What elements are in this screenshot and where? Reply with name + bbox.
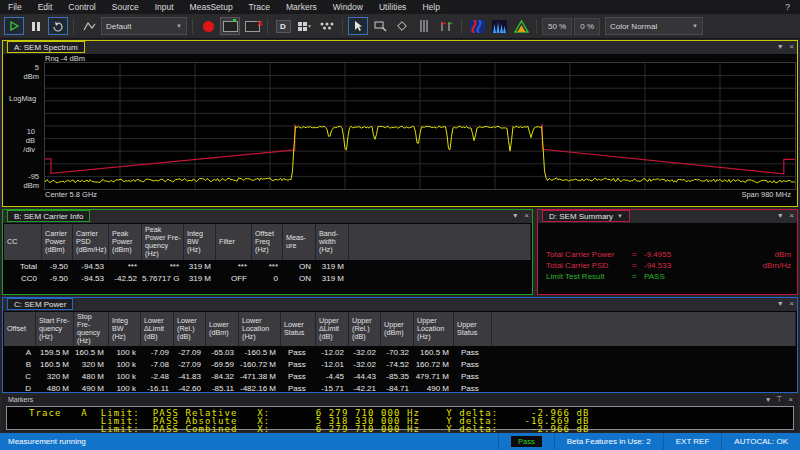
y-axis-top-value: 5: [3, 63, 39, 72]
table-cell: Pass: [281, 384, 316, 393]
zoom-x-value: 50 %: [548, 22, 566, 31]
band-lines-button[interactable]: [414, 17, 434, 35]
spectrum-plot[interactable]: [44, 62, 796, 190]
preset-combobox[interactable]: Default ▼: [101, 17, 187, 35]
window-c-title-tab[interactable]: C: SEM Power: [7, 298, 73, 310]
color-mode-value: Color Normal: [610, 22, 657, 31]
marker-tool-button[interactable]: [392, 17, 412, 35]
toolbar-separator: [73, 19, 74, 34]
y-axis-top-unit: dBm: [3, 72, 39, 81]
pause-button[interactable]: [26, 17, 46, 35]
table-cell: 319 M: [184, 262, 216, 271]
digital-persistence-button[interactable]: D: [273, 17, 293, 35]
marker-readout-row: Limit: PASS Combined X: 6 279 710 000 Hz…: [7, 425, 793, 433]
menu-item-utilities[interactable]: Utilities: [371, 2, 414, 12]
chevron-down-icon: ▼: [307, 23, 312, 29]
markers-readout: Trace A Limit: PASS Relative X: 6 279 71…: [6, 406, 794, 430]
table-cell: -9.50: [42, 262, 73, 271]
trace-layout-button[interactable]: [317, 17, 337, 35]
table-cell: ***: [252, 262, 283, 271]
menu-item-input[interactable]: Input: [147, 2, 182, 12]
column-header: Upper Location (Hz): [414, 312, 454, 346]
table-cell: -70.32: [381, 348, 414, 357]
window-d-close-button[interactable]: ×: [789, 211, 794, 221]
table-cell: 159.5 M: [36, 348, 74, 357]
record-button[interactable]: [198, 17, 218, 35]
menu-item-file[interactable]: File: [0, 2, 30, 12]
help-icon[interactable]: ?: [775, 2, 800, 12]
markers-panel-title: Markers: [8, 396, 33, 403]
vertical-lines-icon: [419, 20, 429, 32]
window-a-title-tab[interactable]: A: SEM Spectrum: [7, 41, 85, 53]
table-cell: 160.72 M: [414, 360, 454, 369]
window-c-minimize-button[interactable]: ▾: [778, 299, 782, 309]
zoom-y-field[interactable]: 0 %: [574, 18, 600, 35]
density-view-button[interactable]: [489, 17, 509, 35]
menu-item-window[interactable]: Window: [325, 2, 371, 12]
hardware-button[interactable]: [220, 17, 240, 35]
markers-pin-button[interactable]: ⊤: [776, 395, 783, 404]
table-row: A159.5 M160.5 M100 k-7.09-27.09-65.03-16…: [4, 346, 796, 358]
menu-item-meassetup[interactable]: MeasSetup: [182, 2, 241, 12]
sweep-settings-button[interactable]: [79, 17, 99, 35]
pass-badge: Pass: [511, 436, 542, 447]
window-b-minimize-button[interactable]: ▾: [513, 211, 517, 221]
menu-item-trace[interactable]: Trace: [241, 2, 278, 12]
table-cell: -4.45: [316, 372, 349, 381]
menu-item-help[interactable]: Help: [414, 2, 447, 12]
table-cell: -160.5 M: [239, 348, 281, 357]
zoom-x-field[interactable]: 50 %: [542, 18, 572, 35]
menu-item-control[interactable]: Control: [60, 2, 103, 12]
menu-item-markers[interactable]: Markers: [278, 2, 325, 12]
table-cell: 480 M: [36, 384, 74, 393]
status-message: Measurement running: [0, 437, 86, 446]
menu-item-source[interactable]: Source: [104, 2, 147, 12]
table-row: Total-9.50-94.53******319 M******ON319 M: [4, 260, 531, 272]
layout-button[interactable]: ▼: [295, 17, 315, 35]
window-b-title-tab[interactable]: B: SEM Carrier Info: [7, 210, 90, 222]
instrument-disconnected-icon: ×: [245, 21, 260, 32]
restart-button[interactable]: [48, 17, 68, 35]
table-cell: -32.02: [349, 348, 381, 357]
run-button[interactable]: [4, 17, 24, 35]
table-cell: -160.72 M: [239, 360, 281, 369]
table-cell: 160.5 M: [36, 360, 74, 369]
table-cell: Pass: [454, 372, 492, 381]
menu-item-edit[interactable]: Edit: [30, 2, 61, 12]
x-axis-center-label: Center 5.8 GHz: [45, 190, 97, 199]
markers-minimize-button[interactable]: ▾: [766, 395, 770, 404]
table-cell: 320 M: [36, 372, 74, 381]
y-axis-bottom-unit: dBm: [3, 181, 39, 190]
markers-close-button[interactable]: ×: [789, 395, 793, 404]
window-d-title-tab[interactable]: D: SEM Summary ▼: [542, 210, 630, 222]
column-header: Filter: [216, 224, 252, 260]
column-header: [492, 312, 796, 346]
toolbar-separator: [267, 19, 268, 34]
sum-unit: dBm: [775, 250, 791, 260]
zoom-tool-button[interactable]: [370, 17, 390, 35]
window-sem-spectrum: A: SEM Spectrum ▾ × Rng -4 dBm 5 dBm Log…: [2, 40, 798, 207]
window-c-title: C: SEM Power: [14, 300, 66, 309]
sweep-settings-icon: [83, 21, 96, 32]
color-mode-combobox[interactable]: Color Normal ▼: [605, 17, 703, 35]
hardware-disconnect-button[interactable]: ×: [242, 17, 262, 35]
status-bar: Measurement running Pass Beta Features i…: [0, 433, 800, 450]
per-div-value: 10: [3, 127, 35, 136]
window-c-close-button[interactable]: ×: [789, 299, 794, 309]
select-tool-button[interactable]: [348, 17, 368, 35]
window-d-minimize-button[interactable]: ▾: [778, 211, 782, 221]
column-header: Peak Power (dBm): [109, 224, 142, 260]
table-row: B160.5 M320 M100 k-7.08-27.09-69.59-160.…: [4, 358, 796, 370]
table-cell: -471.38 M: [239, 372, 281, 381]
window-a-minimize-button[interactable]: ▾: [778, 42, 782, 52]
column-header: Offset Freq (Hz): [252, 224, 283, 260]
window-a-close-button[interactable]: ×: [789, 42, 794, 52]
prism-icon: [514, 20, 529, 33]
peak-markers-button[interactable]: [436, 17, 456, 35]
table-cell: -84.71: [381, 384, 414, 393]
table-cell: 160.5 M: [74, 348, 109, 357]
sum-val: -94.533: [644, 261, 690, 271]
prism-view-button[interactable]: [511, 17, 531, 35]
spectrogram-view-button[interactable]: [467, 17, 487, 35]
window-b-close-button[interactable]: ×: [524, 211, 529, 221]
